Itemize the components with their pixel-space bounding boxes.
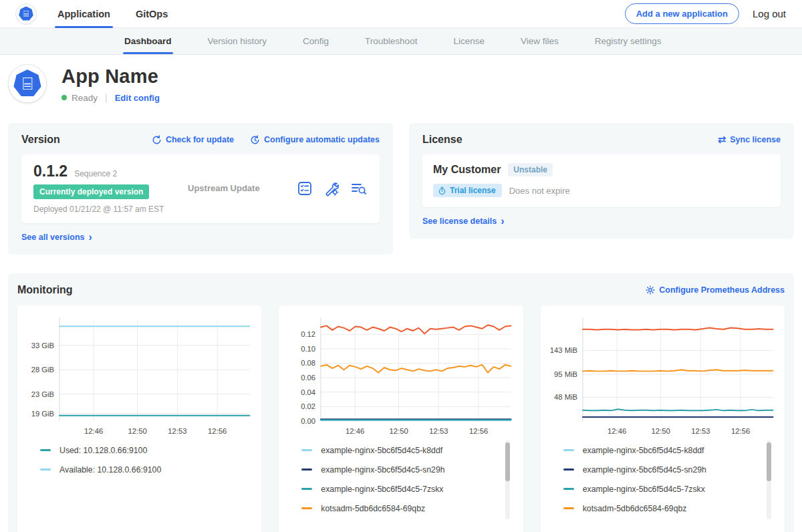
legend-item: example-nginx-5bc6f5d4c5-7zskx: [301, 479, 497, 499]
svg-text:143 MiB: 143 MiB: [549, 346, 577, 354]
legend-item: Available: 10.128.0.66:9100: [40, 460, 236, 479]
legend-label: kotsadm-5db6dc6584-69qbz: [583, 504, 687, 513]
top-navbar: ⌸ ApplicationGitOps Add a new applicatio…: [0, 0, 802, 28]
legend-item: example-nginx-5bc6f5d4c5-7zskx: [563, 479, 759, 499]
gear-icon: [646, 285, 655, 295]
legend-item: example-nginx-5bc6f5d4c5-sn29h: [563, 460, 759, 479]
legend-swatch: [301, 488, 312, 490]
topnav-right: Add a new application Log out: [625, 3, 786, 24]
legend-swatch: [563, 449, 574, 451]
app-subnav: DashboardVersion historyConfigTroublesho…: [0, 28, 802, 55]
svg-text:12:46: 12:46: [608, 427, 626, 435]
status-badge: Ready: [72, 93, 98, 103]
tab-version-history[interactable]: Version history: [208, 28, 267, 54]
see-all-versions-link[interactable]: See all versions ›: [21, 233, 92, 242]
configure-prometheus-link[interactable]: Configure Prometheus Address: [646, 285, 785, 295]
svg-text:95 MiB: 95 MiB: [554, 370, 577, 378]
svg-text:12:50: 12:50: [128, 427, 147, 435]
app-avatar: ⌸: [8, 64, 47, 103]
check-for-update-link[interactable]: Check for update: [152, 135, 234, 145]
legend-swatch: [40, 449, 51, 451]
add-new-application-button[interactable]: Add a new application: [625, 3, 739, 24]
tab-dashboard[interactable]: Dashboard: [124, 28, 172, 54]
version-number: 0.1.2: [33, 162, 68, 180]
tab-license[interactable]: License: [453, 28, 485, 54]
svg-text:12:56: 12:56: [208, 427, 227, 435]
kubernetes-logo[interactable]: ⌸: [16, 4, 36, 24]
topnav-tab-application[interactable]: Application: [57, 0, 110, 28]
preflight-checklist-icon[interactable]: [297, 180, 313, 196]
legend-swatch: [40, 469, 51, 471]
see-license-details-link[interactable]: See license details ›: [422, 217, 505, 226]
edit-config-link[interactable]: Edit config: [115, 93, 160, 103]
svg-text:12:53: 12:53: [430, 427, 448, 435]
topnav-tabs: ApplicationGitOps: [57, 0, 168, 28]
topnav-tab-gitops[interactable]: GitOps: [136, 0, 168, 28]
svg-text:23 GiB: 23 GiB: [31, 390, 54, 398]
trial-license-badge: Trial license: [433, 184, 502, 197]
logout-link[interactable]: Log out: [753, 8, 786, 19]
svg-text:12:50: 12:50: [651, 427, 670, 435]
channel-badge: Unstable: [508, 163, 553, 176]
legend-scrollbar-track: [767, 440, 771, 519]
legend-label: example-nginx-5bc6f5d4c5-sn29h: [321, 465, 444, 475]
legend-scrollbar-track: [505, 440, 510, 519]
legend-scrollbar[interactable]: [505, 442, 510, 481]
tab-registry-settings[interactable]: Registry settings: [595, 28, 662, 54]
refresh-icon: [152, 135, 162, 145]
legend-item: kotsadm-5db6dc6584-69qbz: [301, 499, 497, 518]
legend-swatch: [563, 507, 574, 509]
charts-row: 19 GiB23 GiB28 GiB33 GiB12:4612:5012:531…: [17, 305, 785, 532]
page-title: App Name: [61, 65, 160, 88]
monitoring-section: Monitoring Configure Prometheus Address …: [8, 273, 794, 532]
license-card-title: License: [422, 134, 462, 146]
legend-label: Available: 10.128.0.66:9100: [59, 465, 161, 475]
cpu-usage-card: 0.000.020.040.060.080.100.1212:4612:5012…: [279, 305, 523, 532]
tab-troubleshoot[interactable]: Troubleshoot: [365, 28, 417, 54]
tab-view-files[interactable]: View files: [521, 28, 559, 54]
config-wrench-icon[interactable]: [323, 180, 340, 196]
svg-text:12:53: 12:53: [168, 427, 186, 435]
legend-item: example-nginx-5bc6f5d4c5-k8ddf: [301, 440, 497, 460]
svg-text:0.06: 0.06: [301, 374, 316, 382]
svg-text:48 MiB: 48 MiB: [554, 393, 577, 401]
legend-swatch: [301, 469, 312, 471]
memory-usage-card: 48 MiB95 MiB143 MiB12:4612:5012:5312:56e…: [541, 305, 785, 532]
license-card: License ⇄ Sync license My Customer Unsta…: [409, 123, 794, 239]
svg-text:33 GiB: 33 GiB: [31, 342, 54, 350]
cpu-usage-chart[interactable]: 0.000.020.040.060.080.100.1212:4612:5012…: [285, 312, 516, 438]
version-sequence: Sequence 2: [74, 169, 117, 178]
svg-text:0.02: 0.02: [301, 402, 316, 410]
legend-label: example-nginx-5bc6f5d4c5-k8ddf: [583, 446, 704, 455]
svg-text:0.00: 0.00: [301, 417, 316, 425]
svg-text:12:46: 12:46: [84, 427, 103, 435]
legend-label: example-nginx-5bc6f5d4c5-7zskx: [321, 485, 443, 494]
legend-swatch: [563, 469, 574, 471]
svg-text:12:50: 12:50: [390, 427, 408, 435]
deployed-timestamp: Deployed 01/21/22 @ 11:57 am EST: [33, 205, 170, 214]
legend-label: example-nginx-5bc6f5d4c5-k8ddf: [321, 446, 442, 455]
tab-config[interactable]: Config: [303, 28, 329, 54]
svg-text:12:56: 12:56: [469, 427, 488, 435]
disk-usage-legend: Used: 10.128.0.66:9100Available: 10.128.…: [40, 440, 251, 521]
memory-usage-chart[interactable]: 48 MiB95 MiB143 MiB12:4612:5012:5312:56: [547, 312, 778, 438]
legend-item: example-nginx-5bc6f5d4c5-k8ddf: [563, 440, 759, 460]
legend-swatch: [563, 488, 574, 490]
cpu-usage-title: CPU Usage: [285, 521, 516, 532]
disk-usage-chart[interactable]: 19 GiB23 GiB28 GiB33 GiB12:4612:5012:531…: [24, 312, 255, 438]
sync-license-link[interactable]: ⇄ Sync license: [718, 135, 781, 144]
current-version-box: 0.1.2 Sequence 2 Currently deployed vers…: [21, 154, 380, 223]
legend-scrollbar[interactable]: [767, 442, 771, 481]
configure-automatic-updates-link[interactable]: Configure automatic updates: [250, 135, 380, 145]
license-box: My Customer Unstable Trial license Does …: [422, 154, 781, 207]
version-card-title: Version: [21, 134, 60, 146]
legend-item: kotsadm-5db6dc6584-69qbz: [563, 499, 759, 518]
disk-usage-title: Disk Usage: [24, 521, 255, 532]
version-card: Version Check for update Configure au: [8, 123, 393, 255]
kubernetes-logo-icon: ⌸: [19, 7, 33, 21]
app-header: ⌸ App Name Ready | Edit config: [0, 55, 802, 110]
deploy-logs-search-icon[interactable]: [350, 180, 368, 196]
legend-label: Used: 10.128.0.66:9100: [59, 446, 147, 455]
memory-usage-title: Memory Usage: [547, 521, 778, 532]
memory-usage-legend: example-nginx-5bc6f5d4c5-k8ddfexample-ng…: [563, 440, 774, 521]
